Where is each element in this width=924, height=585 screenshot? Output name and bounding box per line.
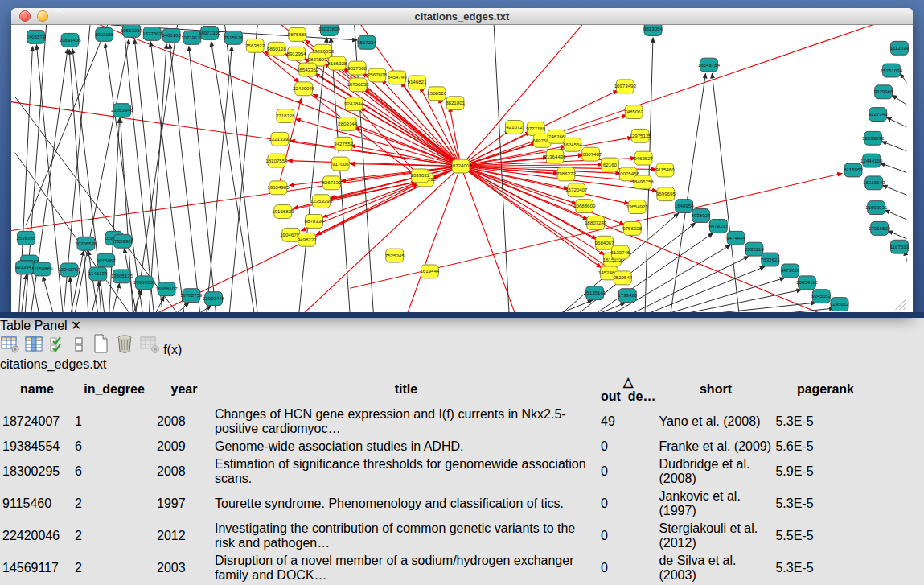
network-node[interactable]: 421072 [506, 121, 524, 134]
network-edge[interactable] [781, 308, 834, 312]
network-edge[interactable] [461, 167, 573, 312]
table-cell[interactable]: 5.6E-5 [774, 439, 876, 455]
column-header[interactable]: title [214, 373, 598, 405]
network-edge[interactable] [134, 25, 179, 312]
network-node[interactable]: 3427552 [334, 137, 353, 150]
network-node[interactable]: 22420046 [293, 82, 315, 96]
network-node[interactable]: 7525245 [385, 249, 405, 262]
network-edge[interactable] [155, 296, 164, 312]
table-row[interactable]: 1938455462009Genome-wide association stu… [2, 439, 876, 455]
network-edge[interactable] [149, 44, 166, 312]
network-node[interactable]: 2935114 [745, 242, 764, 256]
network-node[interactable]: 6120746 [610, 245, 630, 259]
network-node[interactable]: 12444159 [860, 154, 883, 167]
network-node[interactable]: 9242844 [344, 97, 363, 111]
network-node[interactable]: 6479197 [708, 219, 728, 233]
table-cell[interactable]: 2003 [156, 553, 212, 583]
network-node[interactable]: 9827508 [347, 61, 367, 75]
network-node[interactable]: 1527602 [142, 27, 162, 40]
table-cell[interactable]: 2012 [156, 521, 212, 551]
network-node[interactable]: 2526085 [17, 231, 36, 245]
network-node[interactable]: 16210643 [863, 176, 885, 190]
column-header[interactable]: name [2, 373, 72, 405]
column-header[interactable]: short [658, 373, 773, 405]
table-cell[interactable]: 22420046 [2, 521, 72, 551]
table-cell[interactable]: Changes of HCN gene expression and I(f) … [214, 406, 598, 437]
network-edge[interactable] [199, 306, 211, 312]
network-edge[interactable] [331, 38, 350, 312]
network-node[interactable]: 9699695 [656, 187, 676, 201]
table-cell[interactable]: 2 [74, 521, 154, 551]
network-edge[interactable] [889, 231, 907, 239]
network-node[interactable]: 19166829 [272, 205, 294, 219]
network-edge[interactable] [43, 276, 53, 312]
network-edge[interactable] [461, 25, 733, 167]
table-row[interactable]: 1872400712008Changes of HCN gene express… [2, 406, 876, 437]
network-node[interactable]: 1640954 [675, 200, 694, 213]
network-node[interactable]: 12093832 [862, 131, 885, 145]
network-node[interactable]: 18107554 [265, 154, 288, 167]
table-cell[interactable]: 6 [74, 439, 154, 455]
network-edge[interactable] [207, 47, 232, 312]
table-cell[interactable]: Stergiakouli et al. (2012) [658, 521, 773, 551]
table-cell[interactable]: Franke et al. (2009) [658, 439, 773, 455]
network-edge[interactable] [671, 73, 706, 312]
network-node[interactable]: 9875685 [288, 27, 307, 41]
show-columns-icon[interactable] [24, 343, 48, 356]
network-edge[interactable] [299, 38, 327, 312]
network-node[interactable]: 7632621 [761, 253, 780, 266]
table-cell[interactable]: Genome-wide association studies in ADHD. [214, 439, 598, 455]
network-edge[interactable] [887, 117, 907, 127]
network-node[interactable]: 15692931 [865, 201, 888, 215]
network-node[interactable]: 10654112 [796, 276, 818, 290]
network-node[interactable]: 7563822 [245, 39, 265, 52]
network-node[interactable]: 15751074 [881, 64, 903, 77]
network-node[interactable]: 10973493 [614, 80, 637, 93]
network-node[interactable]: 12353393 [310, 195, 333, 208]
network-edge[interactable] [881, 163, 907, 173]
network-node[interactable]: 12975125 [630, 129, 652, 142]
table-cell[interactable]: 1 [74, 406, 154, 437]
table-cell[interactable]: Estimation of significance thresholds fo… [214, 456, 598, 487]
zoom-button[interactable] [55, 10, 64, 20]
network-edge[interactable] [228, 25, 258, 312]
network-node[interactable]: 12923448 [203, 292, 225, 306]
table-cell[interactable]: 5.3E-5 [774, 488, 876, 519]
network-node[interactable]: 1167533 [890, 240, 910, 253]
network-node[interactable]: 7485063 [624, 105, 643, 119]
table-cell[interactable]: 0 [600, 456, 656, 487]
network-graph[interactable]: 2405572208914061962055106532871527602646… [11, 25, 913, 312]
delete-icon[interactable] [114, 343, 138, 356]
network-edge[interactable] [211, 42, 255, 312]
column-header[interactable]: in_degree [74, 373, 154, 405]
network-node[interactable]: 8878334 [305, 215, 324, 229]
network-node[interactable]: 13654923 [626, 200, 649, 214]
network-node[interactable]: 17016504 [869, 221, 891, 235]
network-node[interactable]: 16033809 [318, 25, 341, 35]
table-select-dropdown[interactable]: citations_edges.txt [0, 357, 924, 372]
network-edge[interactable] [307, 183, 418, 239]
resize-grip[interactable] [895, 299, 906, 310]
network-node[interactable]: 9146821 [408, 76, 427, 89]
network-node[interactable]: 1624554 [563, 138, 582, 151]
network-edge[interactable] [170, 44, 200, 312]
network-node[interactable]: 8215953 [844, 163, 863, 177]
network-node[interactable]: 10653287 [121, 25, 143, 37]
network-edge[interactable] [667, 278, 785, 312]
network-node[interactable]: 18756853 [347, 78, 369, 92]
network-node[interactable]: 2522544 [613, 271, 632, 285]
network-edge[interactable] [123, 25, 155, 312]
network-node[interactable]: 18495758 [631, 175, 654, 189]
network-node[interactable]: 17957253 [133, 276, 156, 290]
table-row[interactable]: 911546021997Tourette syndrome. Phenomeno… [2, 488, 876, 519]
table-cell[interactable]: 2 [74, 488, 154, 519]
network-node[interactable]: 9245652 [811, 290, 831, 303]
table-cell[interactable]: Yano et al. (2008) [658, 406, 773, 437]
column-header[interactable]: year [156, 373, 212, 405]
network-node[interactable]: 10807487 [580, 147, 602, 161]
network-node[interactable]: 62160 [602, 158, 619, 171]
network-node[interactable]: 8267130 [322, 176, 341, 190]
close-button[interactable] [19, 10, 31, 22]
network-edge[interactable] [70, 277, 72, 312]
table-cell[interactable]: 18724007 [2, 406, 72, 437]
